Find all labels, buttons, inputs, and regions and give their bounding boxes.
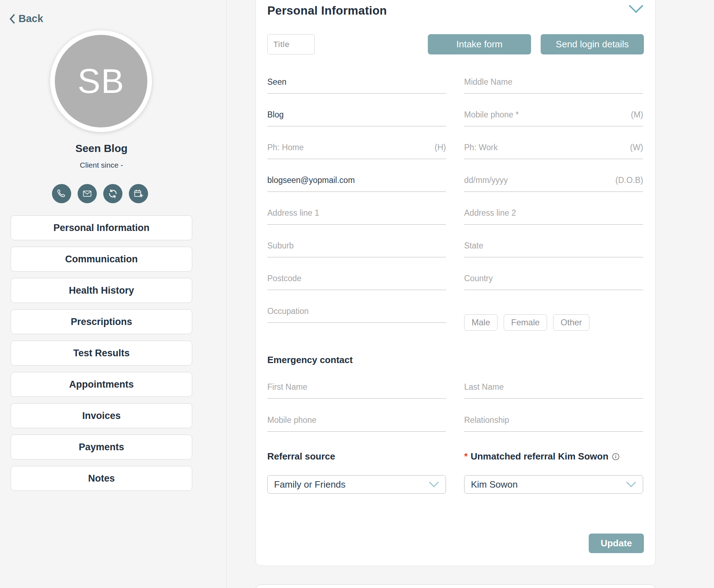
sidebar-item-communication[interactable]: Communication	[11, 247, 192, 272]
client-sidebar: Back SB Seen Blog Client since -	[0, 0, 227, 588]
referral-source-value: Family or Friends	[274, 479, 346, 490]
dob-field[interactable]: dd/mm/yyyy (D.O.B)	[464, 175, 643, 192]
home-phone-suffix: (H)	[435, 143, 446, 152]
info-icon[interactable]	[612, 453, 620, 461]
gender-male-button[interactable]: Male	[464, 314, 498, 331]
mobile-phone-field[interactable]: Mobile phone * (M)	[464, 110, 643, 126]
referral-source-label: Referral source	[267, 451, 335, 462]
client-profile-page: Back SB Seen Blog Client since -	[0, 0, 714, 588]
country-placeholder: Country	[464, 274, 493, 283]
dob-placeholder: dd/mm/yyyy	[464, 175, 508, 185]
home-phone-field[interactable]: Ph: Home (H)	[267, 143, 446, 159]
avatar-initials: SB	[78, 62, 125, 101]
update-button[interactable]: Update	[589, 534, 644, 553]
dob-suffix: (D.O.B)	[615, 175, 643, 185]
emergency-mobile-phone-placeholder: Mobile phone	[267, 415, 316, 425]
collapse-chevron-icon[interactable]	[628, 4, 644, 15]
occupation-placeholder: Occupation	[267, 306, 309, 316]
intake-form-button[interactable]: Intake form	[428, 34, 531, 54]
email-field[interactable]: blogseen@yopmail.com	[267, 175, 446, 192]
chevron-down-icon	[429, 481, 439, 488]
unmatched-referral-dropdown[interactable]: Kim Sowon	[464, 475, 643, 494]
sidebar-item-appointments[interactable]: Appointments	[11, 372, 192, 397]
client-name: Seen Blog	[0, 142, 203, 154]
calendar-add-icon[interactable]	[129, 184, 148, 203]
suburb-field[interactable]: Suburb	[267, 241, 446, 257]
country-field[interactable]: Country	[464, 274, 643, 290]
postcode-field[interactable]: Postcode	[267, 274, 446, 290]
emergency-last-name-field[interactable]: Last Name	[464, 382, 643, 399]
home-phone-placeholder: Ph: Home	[267, 143, 304, 152]
work-phone-placeholder: Ph: Work	[464, 143, 498, 152]
referral-source-dropdown[interactable]: Family or Friends	[267, 475, 446, 494]
work-phone-field[interactable]: Ph: Work (W)	[464, 143, 643, 159]
phone-icon[interactable]	[52, 184, 71, 203]
emergency-last-name-placeholder: Last Name	[464, 382, 504, 392]
sync-icon[interactable]	[103, 184, 122, 203]
address-line-2-placeholder: Address line 2	[464, 208, 516, 218]
unmatched-referral-label-row: * Unmatched referral Kim Sowon	[464, 451, 620, 462]
work-phone-suffix: (W)	[630, 143, 643, 152]
suburb-placeholder: Suburb	[267, 241, 294, 251]
first-name-field[interactable]: Seen	[267, 77, 446, 94]
last-name-value: Blog	[267, 110, 284, 120]
sidebar-item-payments[interactable]: Payments	[11, 435, 192, 460]
section-title: Personal Information	[267, 4, 387, 17]
chevron-down-icon	[626, 481, 636, 488]
state-field[interactable]: State	[464, 241, 643, 257]
gender-female-button[interactable]: Female	[504, 314, 547, 331]
address-line-1-field[interactable]: Address line 1	[267, 208, 446, 225]
emergency-relationship-placeholder: Relationship	[464, 415, 509, 425]
emergency-contact-heading: Emergency contact	[267, 355, 353, 366]
middle-name-field[interactable]: Middle Name	[464, 77, 643, 94]
send-login-details-button[interactable]: Send login details	[541, 34, 644, 54]
back-chevron-icon	[9, 14, 15, 24]
next-section-card	[256, 584, 656, 588]
sidebar-item-invoices[interactable]: Invoices	[11, 403, 192, 428]
first-name-value: Seen	[267, 77, 287, 87]
emergency-relationship-field[interactable]: Relationship	[464, 415, 643, 432]
sidebar-item-notes[interactable]: Notes	[11, 466, 192, 491]
sidebar-item-test-results[interactable]: Test Results	[11, 341, 192, 366]
unmatched-referral-label: Unmatched referral Kim Sowon	[471, 451, 608, 462]
address-line-2-field[interactable]: Address line 2	[464, 208, 643, 225]
gender-other-button[interactable]: Other	[553, 314, 589, 331]
avatar: SB	[50, 30, 152, 132]
mobile-phone-placeholder: Mobile phone *	[464, 110, 519, 120]
emergency-first-name-placeholder: First Name	[267, 382, 307, 392]
client-since-label: Client since -	[0, 161, 203, 169]
email-icon[interactable]	[78, 184, 97, 203]
sidebar-item-health-history[interactable]: Health History	[11, 278, 192, 303]
client-action-icons	[52, 184, 148, 203]
middle-name-placeholder: Middle Name	[464, 77, 513, 87]
personal-information-card: Personal Information Intake form Send lo…	[256, 0, 656, 566]
last-name-field[interactable]: Blog	[267, 110, 446, 126]
address-line-1-placeholder: Address line 1	[267, 208, 319, 218]
occupation-field[interactable]: Occupation	[267, 306, 446, 323]
mobile-phone-suffix: (M)	[631, 110, 643, 120]
state-placeholder: State	[464, 241, 483, 251]
title-input[interactable]	[267, 34, 315, 54]
unmatched-referral-value: Kim Sowon	[471, 479, 518, 490]
sidebar-item-personal-information[interactable]: Personal Information	[11, 215, 192, 240]
emergency-mobile-phone-field[interactable]: Mobile phone	[267, 415, 446, 432]
required-asterisk: *	[464, 451, 468, 462]
back-label: Back	[19, 13, 43, 25]
gender-selector: Male Female Other	[464, 314, 589, 331]
sidebar-item-prescriptions[interactable]: Prescriptions	[11, 309, 192, 334]
postcode-placeholder: Postcode	[267, 274, 301, 283]
email-value: blogseen@yopmail.com	[267, 175, 355, 185]
emergency-first-name-field[interactable]: First Name	[267, 382, 446, 399]
back-button[interactable]: Back	[9, 13, 43, 25]
